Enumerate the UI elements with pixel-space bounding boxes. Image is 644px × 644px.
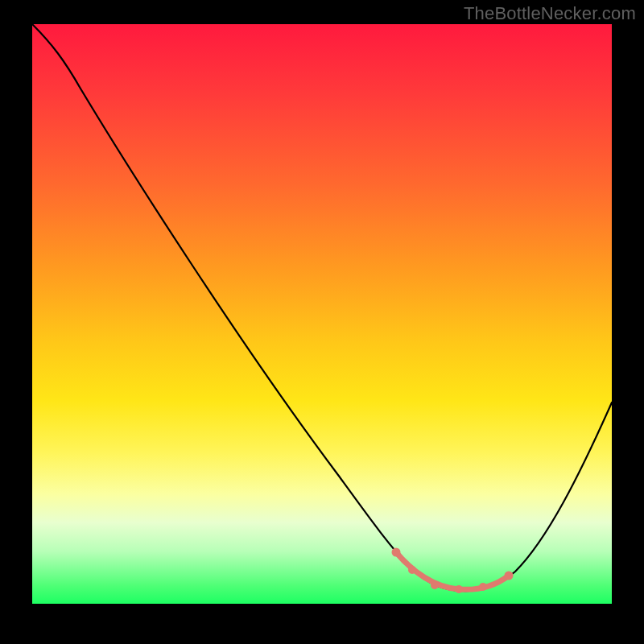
chart-frame: TheBottleNecker.com [0,0,644,644]
watermark-text: TheBottleNecker.com [464,3,636,24]
highlight-dot [408,566,416,574]
main-curve-path [32,24,612,591]
highlight-dot-end [505,572,514,580]
highlight-dot-start [392,548,401,557]
highlight-dot [479,583,487,591]
highlight-dot [455,585,463,593]
chart-svg [32,24,612,604]
highlight-dot [431,581,439,589]
